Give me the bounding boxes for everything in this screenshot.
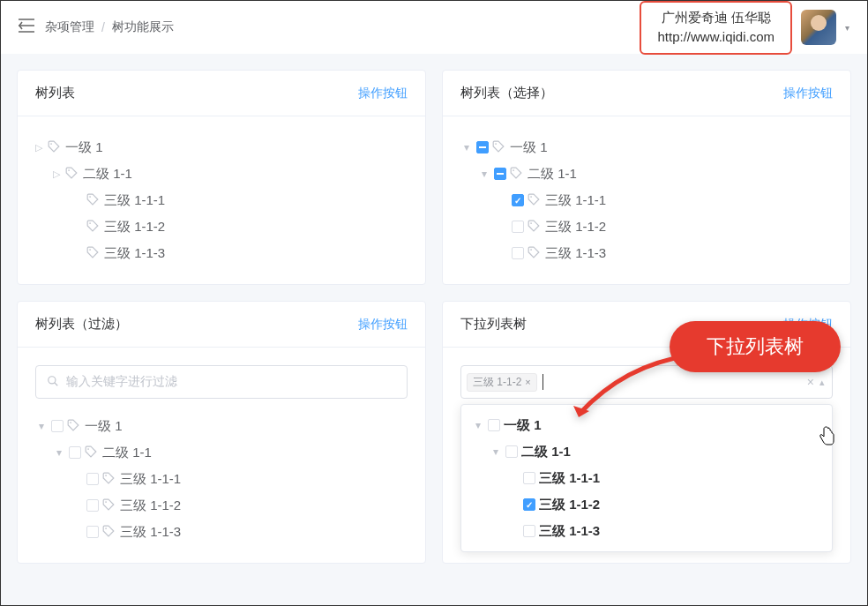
svg-point-10 <box>49 376 56 383</box>
checkbox[interactable] <box>51 420 64 432</box>
checkbox[interactable] <box>494 168 506 180</box>
callout-annotation: 下拉列表树 <box>670 321 841 372</box>
expand-icon[interactable] <box>472 419 484 431</box>
tree-label[interactable]: 三级 1-1-3 <box>120 524 181 541</box>
card-header: 树列表（过滤） 操作按钮 <box>18 302 425 348</box>
tree-node[interactable]: 三级 1-1-1 <box>500 465 828 491</box>
expand-icon[interactable] <box>35 420 48 432</box>
checkbox[interactable] <box>523 472 535 484</box>
tree-label[interactable]: 三级 1-1-3 <box>545 245 606 262</box>
tree-node[interactable]: 三级 1-1-3 <box>500 518 828 544</box>
checkbox[interactable] <box>69 446 81 459</box>
checkbox[interactable] <box>86 499 99 512</box>
checkbox[interactable] <box>86 473 99 485</box>
expand-icon[interactable] <box>53 446 65 459</box>
tree-label[interactable]: 一级 1 <box>510 139 548 156</box>
checkbox[interactable] <box>512 194 524 206</box>
filter-input[interactable]: 输入关键字进行过滤 <box>35 365 408 399</box>
svg-point-14 <box>105 501 107 503</box>
author-url: http://www.iqidi.com <box>657 27 774 48</box>
checkbox[interactable] <box>86 526 99 538</box>
tree-node[interactable]: 三级 1-1-3 <box>496 240 833 266</box>
tree-label[interactable]: 三级 1-1-2 <box>120 498 181 514</box>
expand-icon[interactable] <box>490 445 502 458</box>
checkbox[interactable] <box>523 525 535 537</box>
svg-point-4 <box>89 249 91 251</box>
user-dropdown-caret-icon[interactable]: ▾ <box>845 23 849 33</box>
tree-node[interactable]: 一级 1 <box>35 413 408 439</box>
tree-label[interactable]: 三级 1-1-1 <box>104 192 165 209</box>
tag-icon <box>86 220 101 234</box>
checkbox[interactable] <box>476 141 489 153</box>
tree-label[interactable]: 三级 1-1-2 <box>104 219 165 236</box>
tree-label[interactable]: 一级 1 <box>85 418 123 435</box>
tree-node[interactable]: 三级 1-1-1 <box>496 187 833 213</box>
tree-label[interactable]: 二级 1-1 <box>528 166 577 183</box>
tree-label[interactable]: 一级 1 <box>504 417 542 434</box>
action-button[interactable]: 操作按钮 <box>358 317 408 333</box>
tree-node[interactable]: 一级 1 <box>35 134 408 161</box>
caret-up-icon[interactable]: ▴ <box>819 377 825 388</box>
svg-point-8 <box>530 222 532 224</box>
tree-node[interactable]: 三级 1-1-2 <box>71 213 408 240</box>
breadcrumb-item[interactable]: 杂项管理 <box>45 19 94 35</box>
svg-point-1 <box>68 169 70 171</box>
action-button[interactable]: 操作按钮 <box>358 86 408 101</box>
card-tree-select: 树列表（选择） 操作按钮 一级 1 二级 1-1 <box>442 70 851 285</box>
folder-icon <box>35 142 42 153</box>
selected-tag-label: 三级 1-1-2 <box>473 375 521 390</box>
tree-node[interactable]: 三级 1-1-2 <box>500 491 828 518</box>
tree-label[interactable]: 二级 1-1 <box>102 445 152 461</box>
breadcrumb-item[interactable]: 树功能展示 <box>112 19 174 35</box>
tree-node[interactable]: 三级 1-1-3 <box>71 240 408 266</box>
card-body: 一级 1 二级 1-1 三级 1-1-1 <box>18 116 425 284</box>
author-name: 广州爱奇迪 伍华聪 <box>657 8 774 28</box>
folder-icon <box>53 168 60 180</box>
tree-node[interactable]: 三级 1-1-2 <box>496 213 833 240</box>
expand-icon[interactable] <box>460 141 473 153</box>
avatar[interactable] <box>801 10 836 45</box>
tree-node[interactable]: 二级 1-1 <box>53 161 408 187</box>
checkbox[interactable] <box>512 221 524 233</box>
checkbox[interactable] <box>488 419 500 431</box>
card-header: 树列表 操作按钮 <box>18 71 425 116</box>
tag-icon <box>510 167 524 181</box>
action-button[interactable]: 操作按钮 <box>783 86 833 101</box>
main-grid: 树列表 操作按钮 一级 1 二级 1-1 <box>1 54 867 580</box>
tree-label[interactable]: 三级 1-1-1 <box>539 470 600 487</box>
checkbox[interactable] <box>523 498 535 511</box>
tree-label[interactable]: 三级 1-1-3 <box>539 523 600 540</box>
tree-label[interactable]: 三级 1-1-3 <box>104 245 165 262</box>
checkbox[interactable] <box>505 445 518 458</box>
card-tree-filter: 树列表（过滤） 操作按钮 输入关键字进行过滤 一级 1 <box>17 301 426 564</box>
tree-node[interactable]: 三级 1-1-3 <box>71 519 408 545</box>
tree-node[interactable]: 二级 1-1 <box>483 438 828 465</box>
card-header: 树列表（选择） 操作按钮 <box>443 71 850 116</box>
svg-point-5 <box>495 143 497 145</box>
tree-node[interactable]: 三级 1-1-2 <box>71 492 408 519</box>
tree-node[interactable]: 二级 1-1 <box>478 161 833 187</box>
dropdown-panel: 一级 1 二级 1-1 三级 1-1-1 <box>460 404 833 552</box>
tree-label[interactable]: 三级 1-1-2 <box>539 497 600 513</box>
tree-label[interactable]: 三级 1-1-2 <box>545 219 606 236</box>
tree-label[interactable]: 三级 1-1-1 <box>545 192 606 209</box>
checkbox[interactable] <box>512 247 524 259</box>
callout-bubble: 下拉列表树 <box>670 321 841 372</box>
tree: 一级 1 二级 1-1 三级 1-1-1 <box>35 134 408 266</box>
tree-node[interactable]: 一级 1 <box>460 134 833 161</box>
tree-label[interactable]: 一级 1 <box>65 139 103 156</box>
tree-node[interactable]: 二级 1-1 <box>53 439 408 466</box>
tag-icon <box>102 498 116 512</box>
svg-point-2 <box>89 196 91 198</box>
tree-label[interactable]: 二级 1-1 <box>521 444 571 460</box>
tree-label[interactable]: 三级 1-1-1 <box>120 471 181 488</box>
clear-icon[interactable]: × <box>807 375 814 389</box>
menu-toggle-icon[interactable] <box>19 19 34 37</box>
tag-close-icon[interactable]: × <box>525 377 530 387</box>
tree-label[interactable]: 二级 1-1 <box>83 166 132 183</box>
tree-node[interactable]: 三级 1-1-1 <box>71 187 408 213</box>
svg-point-6 <box>513 169 514 171</box>
tree: 一级 1 二级 1-1 三级 1-1-1 <box>35 413 408 545</box>
tree-node[interactable]: 三级 1-1-1 <box>71 466 408 492</box>
expand-icon[interactable] <box>478 168 490 180</box>
